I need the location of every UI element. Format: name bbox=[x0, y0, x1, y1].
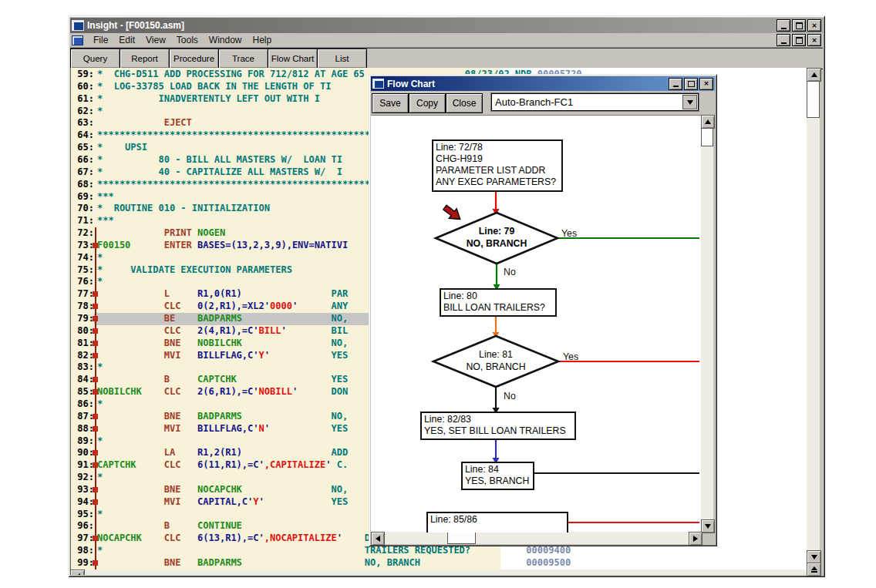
combobox-dropdown-button[interactable] bbox=[682, 95, 697, 109]
code-text[interactable]: * UPSI bbox=[97, 142, 147, 154]
code-text[interactable]: * 40 - CAPITALIZE ALL MASTERS W/ I bbox=[97, 166, 342, 179]
code-text[interactable]: * TRAILERS REQUESTED? 00009400 bbox=[97, 545, 571, 557]
code-text[interactable]: CAPTCHK CLC 6(11,R1),=C',CAPITALIZE' C. bbox=[97, 459, 348, 472]
toolbar-button-procedure[interactable]: Procedure bbox=[170, 49, 219, 69]
code-text[interactable]: * bbox=[97, 252, 103, 264]
code-text[interactable]: L R1,0(R1) PAR bbox=[97, 288, 348, 301]
flowchart-combobox[interactable]: Auto-Branch-FC1 bbox=[491, 93, 699, 111]
code-text[interactable]: MVI BILLFLAG,C'Y' YES bbox=[97, 350, 348, 362]
fc-button-close[interactable]: Close bbox=[446, 93, 483, 113]
fc-button-save[interactable]: Save bbox=[372, 93, 409, 113]
fc-scroll-down-button[interactable] bbox=[701, 519, 715, 533]
code-text[interactable]: BNE BADPARMS NO, bbox=[97, 411, 348, 423]
breakpoint-marker[interactable] bbox=[93, 462, 98, 468]
menu-item-file[interactable]: File bbox=[88, 34, 113, 46]
breakpoint-marker[interactable] bbox=[93, 316, 98, 321]
code-line-98[interactable]: 98:* TRAILERS REQUESTED? 00009400 bbox=[71, 545, 807, 557]
breakpoint-marker[interactable] bbox=[93, 291, 98, 297]
child-close-button[interactable]: × bbox=[807, 34, 821, 46]
scroll-left-button[interactable] bbox=[70, 570, 85, 575]
code-text[interactable]: CLC 0(2,R1),=XL2'0000' ANY bbox=[97, 301, 348, 313]
code-text[interactable]: MVI CAPITAL,C'Y' YES bbox=[97, 496, 348, 509]
close-button[interactable]: × bbox=[807, 19, 821, 32]
breakpoint-marker[interactable] bbox=[93, 499, 98, 505]
code-text[interactable]: *** bbox=[97, 215, 114, 227]
breakpoint-marker[interactable] bbox=[93, 377, 98, 382]
code-text[interactable]: BNE BADPARMS NO, BRANCH 00009500 bbox=[97, 557, 571, 570]
code-text[interactable]: EJECT bbox=[97, 117, 192, 129]
breakpoint-marker[interactable] bbox=[93, 389, 98, 395]
breakpoint-marker[interactable] bbox=[93, 353, 98, 358]
fc-vscrollbar[interactable] bbox=[701, 115, 713, 532]
main-hscrollbar[interactable] bbox=[70, 570, 807, 575]
flow-box-5[interactable]: Line: 85/86 bbox=[426, 512, 568, 533]
fc-hscrollbar[interactable] bbox=[371, 532, 701, 544]
child-restore-button[interactable] bbox=[792, 34, 806, 46]
restore-button[interactable] bbox=[792, 19, 806, 32]
code-text[interactable]: NOBILCHK CLC 2(6,R1),=C'NOBILL' DON bbox=[97, 386, 348, 398]
breakpoint-marker[interactable] bbox=[93, 341, 98, 346]
code-text[interactable]: * bbox=[97, 435, 103, 448]
fc-close-button[interactable]: × bbox=[699, 78, 713, 90]
scroll-up-button[interactable] bbox=[807, 68, 821, 82]
fc-scroll-right-button[interactable] bbox=[689, 532, 702, 546]
breakpoint-marker[interactable] bbox=[93, 536, 98, 541]
menu-item-help[interactable]: Help bbox=[248, 34, 278, 46]
code-text[interactable]: * bbox=[97, 106, 103, 118]
code-text[interactable]: * 80 - BILL ALL MASTERS W/ LOAN TI bbox=[97, 154, 342, 166]
code-text[interactable]: * INADVERTENTLY LEFT OUT WITH I bbox=[97, 93, 320, 106]
fc-maximize-button[interactable] bbox=[684, 78, 698, 90]
menu-item-edit[interactable]: Edit bbox=[113, 34, 140, 46]
menu-item-tools[interactable]: Tools bbox=[171, 34, 204, 46]
toolbar-button-query[interactable]: Query bbox=[70, 49, 120, 69]
flow-box-2[interactable]: Line: 80BILL LOAN TRAILERS? bbox=[440, 288, 557, 317]
breakpoint-marker[interactable] bbox=[93, 328, 98, 334]
scroll-to-top-button[interactable] bbox=[807, 563, 821, 576]
flow-box-1[interactable]: Line: 72/78CHG-H919PARAMETER LIST ADDRAN… bbox=[432, 139, 563, 192]
code-text[interactable]: F00150 ENTER BASES=(13,2,3,9),ENV=NATIVI bbox=[97, 240, 348, 252]
toolbar-button-flow-chart[interactable]: Flow Chart bbox=[268, 49, 318, 69]
breakpoint-marker[interactable] bbox=[93, 560, 98, 566]
fc-hscroll-thumb[interactable] bbox=[447, 532, 476, 544]
fc-button-copy[interactable]: Copy bbox=[409, 93, 446, 113]
main-titlebar[interactable]: Insight - [F00150.asm] × bbox=[70, 18, 823, 33]
vscroll-thumb[interactable] bbox=[807, 81, 820, 118]
breakpoint-marker[interactable] bbox=[93, 243, 98, 248]
code-text[interactable]: * LOG-33785 LOAD BACK IN THE LENGTH OF T… bbox=[97, 81, 331, 93]
flow-box-4[interactable]: Line: 84YES, BRANCH bbox=[461, 462, 534, 490]
code-text[interactable]: MVI BILLFLAG,C'N' YES bbox=[97, 423, 348, 435]
main-vscrollbar[interactable] bbox=[807, 68, 820, 575]
flow-box-3[interactable]: Line: 82/83YES, SET BILL LOAN TRAILERS bbox=[420, 412, 576, 440]
code-text[interactable]: CLC 2(4,R1),=C'BILL' BIL bbox=[97, 325, 348, 338]
fc-scroll-left-button[interactable] bbox=[371, 532, 385, 546]
code-text[interactable]: * bbox=[97, 276, 103, 288]
breakpoint-marker[interactable] bbox=[93, 487, 98, 492]
toolbar-button-trace[interactable]: Trace bbox=[219, 49, 268, 69]
minimize-button[interactable] bbox=[777, 19, 790, 32]
breakpoint-marker[interactable] bbox=[93, 304, 98, 309]
code-text[interactable]: * bbox=[97, 509, 103, 521]
breakpoint-marker[interactable] bbox=[93, 414, 98, 419]
code-text[interactable]: ****************************************… bbox=[97, 129, 376, 142]
code-text[interactable]: LA R1,2(R1) ADD bbox=[97, 447, 348, 459]
code-line-99[interactable]: 99: BNE BADPARMS NO, BRANCH 00009500 bbox=[71, 557, 807, 570]
flowchart-titlebar[interactable]: Flow Chart × bbox=[371, 76, 715, 91]
menu-item-view[interactable]: View bbox=[140, 34, 171, 46]
code-text[interactable]: BNE NOBILCHK NO, bbox=[97, 338, 348, 350]
code-text[interactable]: * bbox=[97, 361, 103, 374]
code-text[interactable]: * ROUTINE 010 - INITIALIZATION bbox=[97, 203, 270, 215]
breakpoint-marker[interactable] bbox=[93, 426, 98, 432]
code-text[interactable]: * bbox=[97, 398, 103, 411]
code-text[interactable]: ****************************************… bbox=[97, 179, 376, 191]
code-text[interactable]: BE BADPARMS NO, bbox=[97, 313, 348, 325]
code-text[interactable]: BNE NOCAPCHK NO, bbox=[97, 484, 348, 496]
child-minimize-button[interactable] bbox=[777, 34, 790, 46]
breakpoint-marker[interactable] bbox=[93, 450, 98, 455]
toolbar-button-report[interactable]: Report bbox=[120, 49, 170, 69]
fc-vscroll-thumb[interactable] bbox=[701, 128, 713, 146]
code-text[interactable]: *** bbox=[97, 191, 114, 203]
code-text[interactable]: * VALIDATE EXECUTION PARAMETERS bbox=[97, 264, 292, 277]
fc-scroll-up-button[interactable] bbox=[701, 115, 715, 129]
code-text[interactable]: B CONTINUE bbox=[97, 520, 242, 533]
toolbar-button-list[interactable]: List bbox=[318, 49, 367, 69]
